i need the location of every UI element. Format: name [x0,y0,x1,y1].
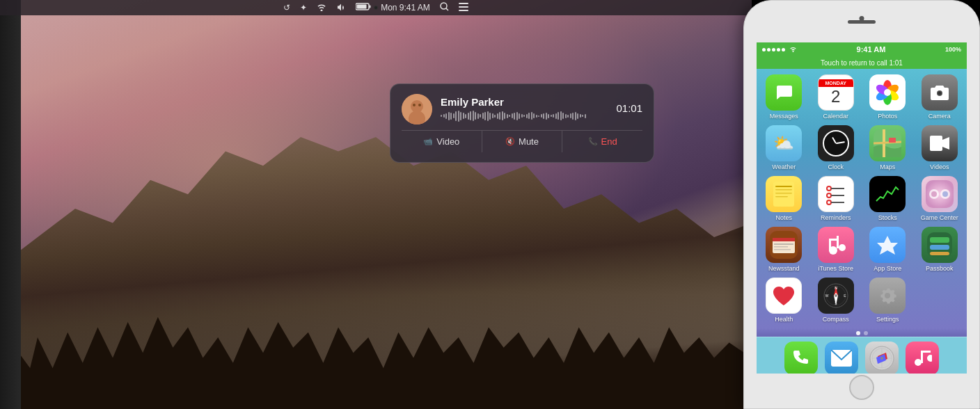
svg-rect-26 [773,182,794,207]
battery-icon [356,3,371,13]
photos-icon [869,74,906,111]
clock-icon [818,125,854,161]
calendar-icon: Monday 2 [818,74,854,111]
photos-label: Photos [878,113,897,120]
signal-dots [762,48,785,51]
notification-center-icon[interactable] [459,3,468,13]
ios-battery: 100% [945,46,961,53]
waveform-bar [487,111,489,121]
app-stocks[interactable]: Stocks [864,176,911,221]
svg-rect-6 [459,6,468,8]
reminders-icon [818,176,854,212]
spotlight-search-icon[interactable] [440,2,449,13]
svg-rect-2 [357,5,367,9]
waveform-bar [536,115,537,118]
app-notes[interactable]: Notes [761,176,807,221]
waveform-bar [509,115,510,117]
waveform-bar [577,113,578,119]
svg-rect-44 [773,238,795,241]
app-videos[interactable]: Videos [917,125,963,170]
svg-rect-1 [370,6,371,8]
waveform-bar [526,114,528,118]
itunes-label: iTunes Store [818,265,853,272]
newsstand-icon [766,227,802,263]
signal-dot-2 [767,48,770,51]
iphone-home-button[interactable] [849,375,874,400]
waveform-bar [475,112,476,120]
app-compass[interactable]: N S W E Compass [813,278,860,323]
safari-icon [865,342,899,374]
waveform-bar [492,113,493,118]
end-call-button[interactable]: 📞 End [562,131,642,152]
maps-icon [869,125,906,161]
game-center-icon [922,176,958,212]
waveform-bar [482,113,484,119]
settings-icon [869,278,906,314]
svg-point-49 [839,244,846,251]
dock-phone[interactable]: Phone [784,342,818,374]
app-messages[interactable]: Messages [761,74,807,120]
itunes-icon [818,227,854,263]
app-calendar[interactable]: Monday 2 Calendar [813,74,860,120]
svg-point-61 [835,294,837,297]
app-settings[interactable]: Settings [864,278,911,323]
svg-rect-30 [775,196,788,198]
waveform-bar [443,114,445,118]
waveform-bar [528,113,530,119]
waveform-bar [497,113,498,119]
waveform-bar [567,115,569,118]
app-weather[interactable]: ⛅ Weather [761,125,807,170]
mute-button[interactable]: 🔇 Mute [482,131,563,152]
phone-icon [784,342,818,374]
video-button[interactable]: 📹 Video [402,131,482,152]
stocks-icon [869,176,906,212]
waveform-bar [572,113,574,120]
svg-line-4 [446,8,448,10]
waveform-bar [560,111,562,120]
caller-name: Emily Parker [441,96,586,108]
volume-icon [336,3,346,13]
mute-icon: 🔇 [505,137,515,146]
app-passbook[interactable]: Passbook [917,227,963,272]
app-clock[interactable]: Clock [813,125,860,170]
waveform-bar [441,115,442,117]
calendar-month: Monday [819,79,853,87]
waveform-bar [558,112,559,120]
dock-safari[interactable]: Safari [865,342,899,374]
waveform-bar [463,113,464,119]
svg-point-12 [418,104,421,106]
svg-point-19 [884,89,891,96]
svg-marker-25 [942,137,949,150]
waveform-bar [514,113,515,120]
waveform-bar [460,112,461,120]
mac-camera-dot [374,6,378,10]
app-health[interactable]: Health [761,278,807,323]
app-itunes[interactable]: iTunes Store [813,227,860,272]
app-maps[interactable]: Maps [864,125,911,170]
svg-rect-46 [774,246,788,248]
waveform-bar [504,113,505,119]
dock-music[interactable]: Music [906,342,939,374]
dock-mail[interactable]: Mail [825,342,858,374]
waveform-bar [575,112,576,120]
ios-app-grid: Messages Monday 2 Calendar [757,69,967,328]
game-center-label: Game Center [921,214,958,221]
app-appstore[interactable]: App Store [864,227,911,272]
waveform-bar [450,113,452,120]
svg-rect-7 [459,10,468,11]
reminders-label: Reminders [821,214,851,221]
svg-rect-29 [775,193,792,194]
waveform-bar [523,115,525,117]
waveform-bar [473,111,474,121]
app-newsstand[interactable]: Newsstand [761,227,807,272]
page-indicator [757,328,967,337]
svg-point-75 [880,357,883,360]
app-game-center[interactable]: Game Center [917,176,963,221]
end-label: End [601,136,617,147]
clock-face [823,130,849,157]
app-camera[interactable]: Camera [917,74,963,120]
waveform-bar [551,115,552,117]
app-photos[interactable]: Photos [864,74,911,120]
ios-call-return-banner[interactable]: Touch to return to call 1:01 [757,56,967,69]
app-reminders[interactable]: Reminders [813,176,860,221]
